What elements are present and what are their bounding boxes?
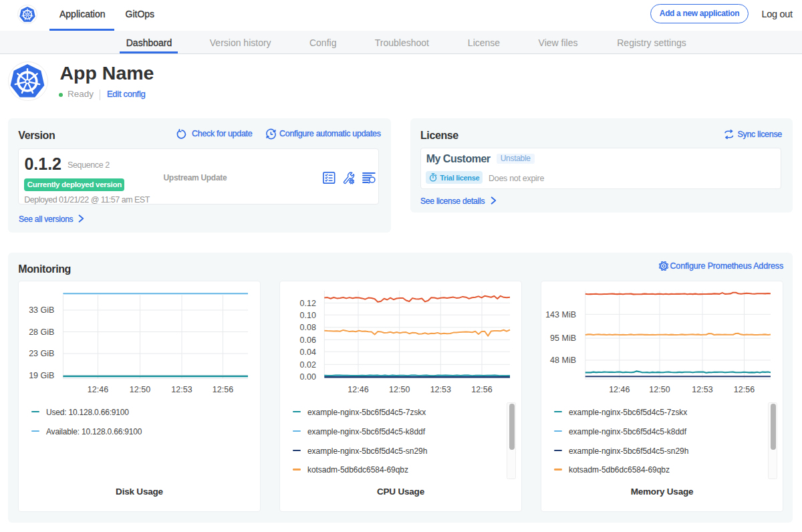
svg-text:0.02: 0.02 [300,360,316,370]
svg-text:12:46: 12:46 [88,385,108,394]
svg-text:12:56: 12:56 [734,385,755,394]
svg-text:28 GiB: 28 GiB [29,327,54,337]
svg-text:0.08: 0.08 [300,323,316,332]
svg-text:12:53: 12:53 [430,385,451,394]
svg-text:12:53: 12:53 [171,385,192,394]
svg-text:12:50: 12:50 [649,385,670,394]
svg-text:143 MiB: 143 MiB [545,310,576,319]
svg-text:23 GiB: 23 GiB [29,349,54,358]
svg-text:0.10: 0.10 [300,311,316,320]
svg-text:0.04: 0.04 [300,348,316,357]
svg-text:48 MiB: 48 MiB [550,356,576,365]
svg-text:12:46: 12:46 [609,385,630,394]
svg-text:0.12: 0.12 [300,299,316,308]
svg-text:95 MiB: 95 MiB [550,334,576,343]
svg-text:12:50: 12:50 [130,385,150,394]
svg-text:19 GiB: 19 GiB [29,371,54,380]
svg-text:0.06: 0.06 [300,336,316,345]
svg-text:0.00: 0.00 [300,372,316,382]
svg-text:12:46: 12:46 [348,385,368,394]
svg-text:12:56: 12:56 [471,385,492,394]
svg-text:12:50: 12:50 [389,385,410,394]
svg-text:12:56: 12:56 [213,385,233,394]
svg-text:33 GiB: 33 GiB [29,305,54,315]
svg-text:12:53: 12:53 [692,385,712,394]
